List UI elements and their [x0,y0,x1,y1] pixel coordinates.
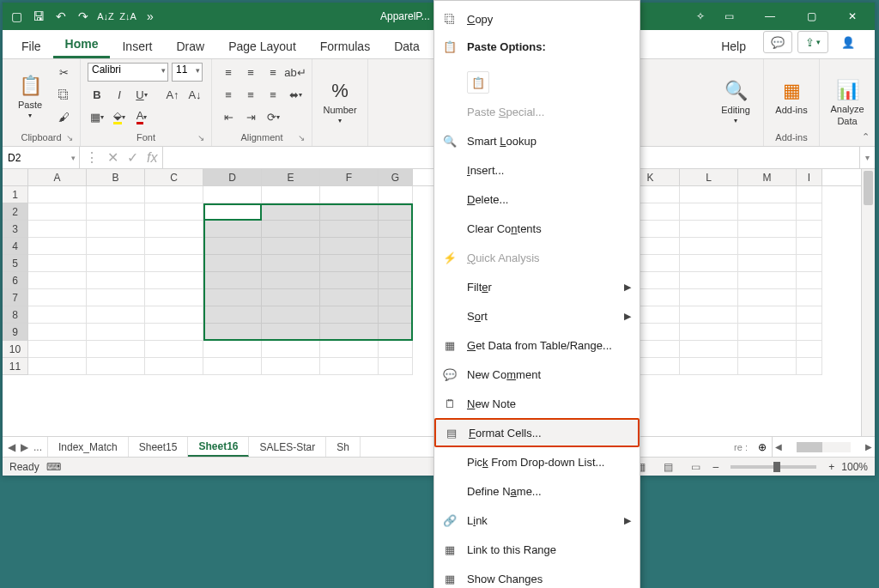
decrease-font-icon[interactable]: A↓ [185,85,204,104]
ctx-link-to-range[interactable]: ▦ Link to this Range [434,535,640,564]
merge-center-icon[interactable]: ⬌▾ [286,85,305,104]
ribbon-display-icon[interactable]: ▭ [712,3,746,30]
ctx-copy[interactable]: ⿻ Copy [434,4,640,33]
decrease-indent-icon[interactable]: ⇤ [219,107,238,126]
tab-page-layout[interactable]: Page Layout [216,34,308,58]
formula-bar-menu-icon[interactable]: ⋮ [85,149,99,166]
enter-formula-icon[interactable]: ✓ [127,149,138,166]
font-color-button[interactable]: A▾ [132,107,151,126]
tab-formulas[interactable]: Formulas [308,34,382,58]
cut-icon[interactable]: ✂ [54,63,73,82]
font-size-combo[interactable]: 11▾ [172,63,203,82]
row-header[interactable]: 9 [3,324,28,341]
qat-more-icon[interactable]: » [143,9,157,23]
sheet-tab[interactable]: Sheet15 [129,437,189,457]
italic-button[interactable]: I [110,85,129,104]
close-button[interactable]: ✕ [835,3,870,30]
ctx-new-comment[interactable]: 💬 New Comment [434,360,640,389]
ctx-define-name[interactable]: Define Name... [434,476,640,506]
col-header[interactable]: A [28,169,87,185]
ctx-link[interactable]: 🔗 Link ▶ [434,506,640,535]
align-bottom-icon[interactable]: ≡ [264,63,282,82]
row-header[interactable]: 10 [3,341,28,358]
orientation-icon[interactable]: ⟳▾ [264,107,282,126]
increase-font-icon[interactable]: A↑ [163,85,182,104]
coming-soon-icon[interactable]: ✧ [696,10,705,22]
ctx-pick-from-list[interactable]: Pick From Drop-down List... [434,447,640,476]
expand-formula-bar-icon[interactable]: ▾ [859,147,875,168]
tab-home[interactable]: Home [53,32,111,58]
row-header[interactable]: 8 [3,306,28,324]
ctx-insert[interactable]: Insert... [434,155,640,185]
maximize-button[interactable]: ▢ [794,3,828,30]
zoom-out-button[interactable]: – [713,461,719,473]
fill-color-button[interactable]: ⬙▾ [110,107,129,126]
copy-icon[interactable]: ⿻ [54,85,73,104]
page-break-view-icon[interactable]: ▭ [686,459,706,475]
cancel-formula-icon[interactable]: ✕ [107,149,118,166]
col-header[interactable]: I [797,169,822,185]
name-box[interactable]: D2 ▾ [3,147,80,168]
addins-button[interactable]: ▦ Add-ins [771,63,812,130]
ctx-format-cells[interactable]: ▤ Format Cells... [434,418,640,447]
new-sheet-button[interactable]: ⊕ [753,437,772,457]
ctx-show-changes[interactable]: ▦ Show Changes [434,564,640,588]
ctx-new-note[interactable]: 🗒 New Note [434,389,640,418]
col-header[interactable]: M [738,169,797,185]
font-name-combo[interactable]: Calibri▾ [88,63,168,82]
ctx-get-data[interactable]: ▦ Get Data from Table/Range... [434,330,640,360]
underline-button[interactable]: U▾ [132,85,151,104]
zoom-in-button[interactable]: + [828,461,834,473]
page-layout-view-icon[interactable]: ▤ [658,459,679,475]
col-header[interactable]: D [203,169,262,185]
tab-data[interactable]: Data [382,34,432,58]
redo-icon[interactable]: ↷ [76,9,90,23]
align-center-icon[interactable]: ≡ [241,85,260,104]
col-header[interactable]: B [87,169,145,185]
row-header[interactable]: 11 [3,358,28,375]
horizontal-scrollbar[interactable]: ◀▶ [772,437,875,457]
sort-desc-icon[interactable]: Z↓A [121,9,135,23]
undo-icon[interactable]: ↶ [54,9,68,23]
row-header[interactable]: 2 [3,203,28,221]
zoom-slider[interactable] [730,465,816,469]
sheet-tab-active[interactable]: Sheet16 [188,437,249,457]
minimize-button[interactable]: — [753,3,787,30]
tab-file[interactable]: File [9,34,53,58]
align-middle-icon[interactable]: ≡ [241,63,260,82]
col-header[interactable]: E [262,169,320,185]
align-top-icon[interactable]: ≡ [219,63,238,82]
paste-button[interactable]: 📋 Paste ▾ [9,63,51,130]
collapse-ribbon-icon[interactable]: ⌃ [862,131,870,142]
align-right-icon[interactable]: ≡ [264,85,282,104]
increase-indent-icon[interactable]: ⇥ [241,107,260,126]
row-header[interactable]: 1 [3,186,28,203]
account-icon[interactable]: 👤 [834,31,863,53]
ctx-smart-lookup[interactable]: 🔍 Smart Lookup [434,126,640,155]
sheet-tab[interactable]: Sh [326,437,361,457]
share-button[interactable]: ⇪ ▾ [797,31,828,53]
zoom-level[interactable]: 100% [841,461,868,473]
sheet-next-icon[interactable]: ▶ [21,441,28,453]
ctx-delete[interactable]: Delete... [434,185,640,214]
format-painter-icon[interactable]: 🖌 [54,107,73,126]
accessibility-icon[interactable]: ⌨ [46,461,61,473]
col-header[interactable]: C [145,169,203,185]
analyze-data-button[interactable]: 📊 Analyze Data [827,63,868,141]
col-header[interactable]: L [680,169,738,185]
row-header[interactable]: 5 [3,255,28,272]
tab-insert[interactable]: Insert [110,34,164,58]
sheet-prev-icon[interactable]: ◀ [8,441,15,453]
sort-asc-icon[interactable]: A↓Z [99,9,112,23]
row-header[interactable]: 6 [3,272,28,289]
alignment-dialog-icon[interactable]: ↘ [298,133,305,142]
autosave-icon[interactable]: ▢ [9,9,23,23]
vertical-scrollbar[interactable] [861,169,875,436]
align-left-icon[interactable]: ≡ [219,85,238,104]
select-all-corner[interactable] [3,169,28,185]
ctx-filter[interactable]: Filter ▶ [434,272,640,301]
fx-icon[interactable]: fx [147,150,157,166]
wrap-text-icon[interactable]: ab↵ [286,63,305,82]
row-header[interactable]: 3 [3,221,28,238]
sheet-tab[interactable]: Index_Match [48,437,129,457]
